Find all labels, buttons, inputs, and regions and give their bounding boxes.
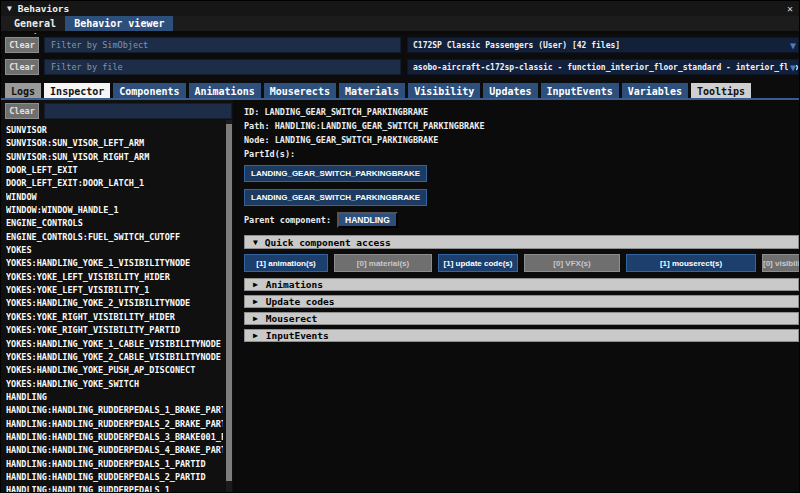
simobject-dropdown[interactable]: C172SP Classic Passengers (User) [42 fil…: [407, 37, 799, 53]
clear-simobject-filter-button[interactable]: Clear: [5, 37, 39, 53]
file-dropdown-value: asobo-aircraft-c172sp-classic - function…: [408, 63, 798, 72]
list-item[interactable]: YOKES:HANDLING_YOKE_2_CABLE_VISIBILITYNO…: [6, 351, 223, 364]
list-item[interactable]: WINDOW: [6, 191, 223, 204]
chevron-right-icon: ▶: [253, 314, 258, 323]
list-item[interactable]: SUNVISOR:SUN_VISOR_LEFT_ARM: [6, 137, 223, 150]
file-filter-input[interactable]: [44, 59, 401, 75]
filter-row-simobject: Clear C172SP Classic Passengers (User) […: [1, 37, 799, 53]
clear-list-filter-button[interactable]: Clear: [5, 103, 39, 119]
close-icon[interactable]: ✕: [787, 4, 793, 14]
menu-bar: General Options Debug History ? Behavior…: [1, 16, 799, 34]
partid-buttons: LANDING_GEAR_SWITCH_PARKINGBRAKE LANDING…: [244, 161, 799, 209]
list-item[interactable]: HANDLING:HANDLING_RUDDERPEDALS_1: [6, 484, 223, 492]
tab[interactable]: Tooltips: [691, 83, 751, 98]
list-item[interactable]: HANDLING:HANDLING_RUDDERPEDALS_4_BRAKE_P…: [6, 444, 223, 457]
collapse-triangle-icon: ▼: [253, 238, 258, 247]
tab[interactable]: Animations: [189, 83, 261, 98]
partid-button[interactable]: LANDING_GEAR_SWITCH_PARKINGBRAKE: [244, 165, 427, 182]
simobject-filter-input[interactable]: [44, 37, 401, 53]
list-filter-row: Clear: [1, 100, 233, 120]
main-area: Clear SUNVISOR SUNVISOR:SUN_VISOR_LEFT_A…: [1, 100, 799, 492]
section-header[interactable]: ▶ Mouserect: [244, 312, 799, 325]
chevron-down-icon: ▼: [788, 38, 796, 52]
tab-bar: Logs Inspector Components Animations Mou…: [1, 83, 799, 100]
behavior-node-list: SUNVISOR SUNVISOR:SUN_VISOR_LEFT_ARM SUN…: [1, 120, 233, 492]
component-sections: ▶ Animations ▶ Update codes ▶ Mouserect: [244, 278, 799, 342]
quick-access-button[interactable]: [0] material(s): [334, 254, 432, 272]
node-name-line: Node: LANDING_GEAR_SWITCH_PARKINGBRAKE: [244, 133, 799, 147]
list-item[interactable]: YOKES: [6, 244, 223, 257]
list-item[interactable]: HANDLING:HANDLING_RUDDERPEDALS_3_BRAKE00…: [6, 431, 223, 444]
inspector-panel: ID: LANDING_GEAR_SWITCH_PARKINGBRAKE Pat…: [237, 100, 799, 492]
quick-access-button[interactable]: [1] animation(s): [244, 254, 328, 272]
list-filter-input[interactable]: [44, 103, 232, 119]
quick-access-button[interactable]: [1] mouserect(s): [626, 254, 756, 272]
section-label: Mouserect: [266, 313, 317, 324]
list-item[interactable]: ENGINE_CONTROLS:FUEL_SWITCH_CUTOFF: [6, 231, 223, 244]
simobject-dropdown-value: C172SP Classic Passengers (User) [42 fil…: [408, 41, 620, 50]
node-id-line: ID: LANDING_GEAR_SWITCH_PARKINGBRAKE: [244, 105, 799, 119]
list-item[interactable]: HANDLING:HANDLING_RUDDERPEDALS_1_PARTID: [6, 458, 223, 471]
quick-access-button[interactable]: [1] update code(s): [438, 254, 518, 272]
parent-component-row: Parent component: HANDLING: [244, 212, 799, 228]
clear-file-filter-button[interactable]: Clear: [5, 59, 39, 75]
list-item[interactable]: SUNVISOR: [6, 124, 223, 137]
tab[interactable]: Updates: [483, 83, 537, 98]
parent-component-button[interactable]: HANDLING: [337, 212, 398, 228]
quick-access-buttons: [1] animation(s) [0] material(s) [1] upd…: [244, 254, 799, 272]
list-item[interactable]: YOKES:HANDLING_YOKE_PUSH_AP_DISCONECT: [6, 364, 223, 377]
scrollbar-thumb[interactable]: [226, 124, 232, 481]
menu-item[interactable]: General: [5, 16, 65, 31]
tab[interactable]: Logs: [5, 83, 41, 98]
menu-item-behavior-viewer[interactable]: Behavior viewer: [65, 16, 173, 31]
tab[interactable]: Components: [113, 83, 185, 98]
scrollbar-track[interactable]: [226, 120, 232, 492]
quick-access-button[interactable]: [0] VFX(s): [524, 254, 620, 272]
quick-access-button[interactable]: [0] visibility code(s): [762, 254, 799, 272]
list-item[interactable]: HANDLING: [6, 391, 223, 404]
list-item[interactable]: YOKES:HANDLING_YOKE_2_VISIBILITYNODE: [6, 297, 223, 310]
node-path-line: Path: HANDLING:LANDING_GEAR_SWITCH_PARKI…: [244, 119, 799, 133]
tab[interactable]: Visibility: [408, 83, 480, 98]
list-item[interactable]: HANDLING:HANDLING_RUDDERPEDALS_1_BRAKE_P…: [6, 404, 223, 417]
tab[interactable]: Inspector: [44, 83, 110, 98]
section-label: Animations: [266, 279, 323, 290]
chevron-right-icon: ▶: [253, 331, 258, 340]
list-item[interactable]: YOKES:HANDLING_YOKE_SWITCH: [6, 378, 223, 391]
filter-row-file: Clear asobo-aircraft-c172sp-classic - fu…: [1, 59, 799, 75]
list-item[interactable]: YOKES:YOKE_RIGHT_VISIBILITY_HIDER: [6, 311, 223, 324]
list-item[interactable]: YOKES:YOKE_LEFT_VISIBILITY_1: [6, 284, 223, 297]
section-header[interactable]: ▶ Update codes: [244, 295, 799, 308]
collapse-triangle-icon[interactable]: ▼: [7, 4, 12, 13]
list-scroll-area: SUNVISOR SUNVISOR:SUN_VISOR_LEFT_ARM SUN…: [1, 120, 233, 492]
section-header[interactable]: ▶ Animations: [244, 278, 799, 291]
list-item[interactable]: DOOR_LEFT_EXIT: [6, 164, 223, 177]
list-item[interactable]: HANDLING:HANDLING_RUDDERPEDALS_2_BRAKE_P…: [6, 418, 223, 431]
list-item[interactable]: YOKES:YOKE_RIGHT_VISIBILITY_PARTID: [6, 324, 223, 337]
behaviors-window: ▼ Behaviors ✕ General Options Debug Hist…: [0, 0, 800, 493]
file-dropdown[interactable]: asobo-aircraft-c172sp-classic - function…: [407, 59, 799, 75]
quick-component-access-title: Quick component access: [265, 237, 391, 248]
list-item[interactable]: DOOR_LEFT_EXIT:DOOR_LATCH_1: [6, 177, 223, 190]
section-label: Update codes: [266, 296, 335, 307]
window-title: Behaviors: [18, 3, 69, 14]
list-item[interactable]: YOKES:HANDLING_YOKE_1_CABLE_VISIBILITYNO…: [6, 338, 223, 351]
tab[interactable]: Variables: [622, 83, 688, 98]
partids-label: PartId(s):: [244, 147, 799, 161]
simobject-list-panel: Clear SUNVISOR SUNVISOR:SUN_VISOR_LEFT_A…: [1, 100, 237, 492]
quick-component-access-header[interactable]: ▼ Quick component access: [244, 235, 799, 249]
list-item[interactable]: ENGINE_CONTROLS: [6, 217, 223, 230]
parent-component-label: Parent component:: [244, 213, 331, 227]
list-item[interactable]: HANDLING:HANDLING_RUDDERPEDALS_2_PARTID: [6, 471, 223, 484]
title-bar: ▼ Behaviors ✕: [1, 1, 799, 16]
section-header[interactable]: ▶ InputEvents: [244, 329, 799, 342]
tab[interactable]: Materials: [339, 83, 405, 98]
list-item[interactable]: YOKES:HANDLING_YOKE_1_VISIBILITYNODE: [6, 257, 223, 270]
chevron-down-icon: ▼: [788, 60, 796, 74]
partid-button[interactable]: LANDING_GEAR_SWITCH_PARKINGBRAKE: [244, 189, 427, 206]
list-item[interactable]: SUNVISOR:SUN_VISOR_RIGHT_ARM: [6, 151, 223, 164]
tab[interactable]: InputEvents: [541, 83, 619, 98]
list-item[interactable]: YOKES:YOKE_LEFT_VISIBILITY_HIDER: [6, 271, 223, 284]
list-item[interactable]: WINDOW:WINDOW_HANDLE_1: [6, 204, 223, 217]
tab[interactable]: Mouserects: [264, 83, 336, 98]
